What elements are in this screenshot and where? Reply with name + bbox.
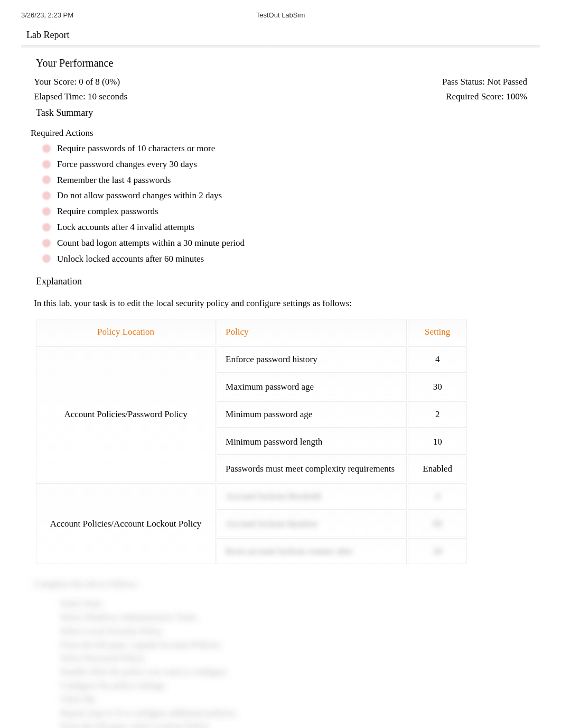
list-item: Require complex passwords bbox=[42, 204, 540, 219]
pass-status: Pass Status: Not Passed bbox=[442, 76, 527, 88]
cell-setting: 2 bbox=[408, 401, 467, 428]
cell-location: Account Policies/Account Lockout Policy bbox=[36, 483, 216, 564]
cell-setting: 4 bbox=[408, 483, 467, 510]
instruction-step: Select Start. bbox=[60, 597, 527, 611]
action-text: Unlock locked accounts after 60 minutes bbox=[57, 253, 204, 265]
explanation-intro: In this lab, your task is to edit the lo… bbox=[21, 294, 540, 318]
lab-report-title: Lab Report bbox=[21, 24, 540, 44]
list-item: Count bad logon attempts within a 30 min… bbox=[42, 235, 540, 251]
header-timestamp: 3/26/23, 2:23 PM bbox=[21, 11, 194, 20]
cell-setting: 4 bbox=[408, 346, 467, 373]
fail-icon bbox=[42, 239, 51, 247]
score-value: Your Score: 0 of 8 (0%) bbox=[34, 76, 127, 88]
list-item: Do not allow password changes within 2 d… bbox=[42, 188, 540, 204]
cell-policy: Enforce password history bbox=[217, 346, 407, 373]
instructions-lead: Complete this lab as follows: bbox=[34, 578, 527, 591]
performance-heading: Your Performance bbox=[21, 52, 540, 76]
divider bbox=[21, 45, 540, 48]
instructions-section: Complete this lab as follows: Select Sta… bbox=[21, 565, 540, 728]
cell-setting: 10 bbox=[408, 429, 467, 455]
table-row: Account Policies/Account Lockout Policy … bbox=[36, 483, 467, 510]
th-location: Policy Location bbox=[36, 319, 216, 345]
instruction-step: Select Windows Administrative Tools. bbox=[60, 611, 527, 624]
cell-location: Account Policies/Password Policy bbox=[36, 346, 216, 482]
instruction-step: Repeat steps 6–8 to configure additional… bbox=[60, 706, 527, 720]
list-item: Require passwords of 10 characters or mo… bbox=[42, 141, 540, 156]
header-appname: TestOut LabSim bbox=[194, 11, 367, 20]
action-text: Require passwords of 10 characters or mo… bbox=[57, 142, 215, 155]
cell-policy: Minimum password age bbox=[217, 401, 407, 428]
table-row: Account Policies/Password Policy Enforce… bbox=[36, 346, 467, 373]
cell-policy: Reset account lockout counter after bbox=[217, 538, 407, 565]
action-text: Remember the last 4 passwords bbox=[57, 174, 171, 187]
table-header-row: Policy Location Policy Setting bbox=[36, 319, 467, 345]
action-text: Require complex passwords bbox=[57, 205, 158, 218]
task-summary-heading: Task Summary bbox=[21, 103, 540, 125]
fail-icon bbox=[42, 176, 51, 184]
th-policy: Policy bbox=[217, 319, 407, 345]
policy-table: Policy Location Policy Setting Account P… bbox=[35, 318, 468, 565]
cell-policy: Maximum password age bbox=[217, 374, 407, 400]
th-setting: Setting bbox=[408, 319, 467, 345]
required-score: Required Score: 100% bbox=[442, 90, 527, 103]
instruction-step: Select Password Policy. bbox=[60, 651, 527, 665]
elapsed-time: Elapsed Time: 10 seconds bbox=[34, 90, 127, 103]
cell-setting: 30 bbox=[408, 538, 467, 565]
cell-policy: Minimum password length bbox=[217, 429, 407, 455]
cell-setting: 60 bbox=[408, 511, 467, 537]
action-text: Lock accounts after 4 invalid attempts bbox=[57, 221, 194, 234]
action-text: Count bad logon attempts within a 30 min… bbox=[57, 237, 245, 250]
instruction-step: Double-click the policy you want to conf… bbox=[60, 665, 527, 679]
explanation-heading: Explanation bbox=[21, 272, 540, 293]
page-header: 3/26/23, 2:23 PM TestOut LabSim bbox=[21, 11, 540, 24]
fail-icon bbox=[42, 223, 51, 232]
fail-icon bbox=[42, 191, 51, 200]
list-item: Unlock locked accounts after 60 minutes bbox=[42, 251, 540, 267]
instruction-step: Configure the policy settings. bbox=[60, 679, 527, 693]
cell-setting: Enabled bbox=[408, 456, 467, 482]
instruction-step: Select Local Security Policy. bbox=[60, 624, 527, 638]
action-text: Force password changes every 30 days bbox=[57, 158, 197, 171]
required-actions-label: Required Actions bbox=[21, 125, 540, 141]
list-item: Remember the last 4 passwords bbox=[42, 172, 540, 188]
instruction-step: From the left pane, expand Account Polic… bbox=[60, 638, 527, 652]
fail-icon bbox=[42, 144, 51, 153]
cell-policy: Passwords must meet complexity requireme… bbox=[217, 456, 407, 482]
cell-policy: Account lockout duration bbox=[217, 511, 407, 537]
list-item: Lock accounts after 4 invalid attempts bbox=[42, 219, 540, 235]
action-text: Do not allow password changes within 2 d… bbox=[57, 189, 222, 202]
instruction-step: From the left pane, select Lockout Polic… bbox=[60, 720, 527, 728]
fail-icon bbox=[42, 254, 51, 263]
cell-setting: 30 bbox=[408, 374, 467, 400]
instructions-list: Select Start. Select Windows Administrat… bbox=[34, 593, 527, 728]
fail-icon bbox=[42, 207, 51, 216]
required-actions-list: Require passwords of 10 characters or mo… bbox=[21, 141, 540, 272]
fail-icon bbox=[42, 160, 51, 169]
list-item: Force password changes every 30 days bbox=[42, 156, 540, 172]
score-block: Your Score: 0 of 8 (0%) Elapsed Time: 10… bbox=[21, 76, 540, 103]
instruction-step: Click OK. bbox=[60, 693, 527, 706]
cell-policy: Account lockout threshold bbox=[217, 483, 407, 510]
